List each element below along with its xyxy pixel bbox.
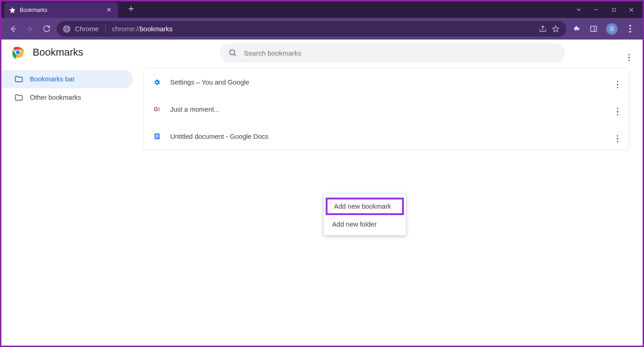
back-button[interactable] <box>7 23 20 35</box>
row-menu-icon[interactable] <box>615 128 621 144</box>
site-favicon: Gt <box>153 105 161 114</box>
window-controls <box>575 6 643 13</box>
bookmark-star-icon[interactable] <box>552 25 560 33</box>
share-icon[interactable] <box>539 25 547 33</box>
svg-point-7 <box>230 50 235 55</box>
svg-rect-10 <box>155 136 158 136</box>
context-menu-add-bookmark[interactable]: Add new bookmark <box>326 198 404 215</box>
sidebar-item-other-bookmarks[interactable]: Other bookmarks <box>1 88 133 107</box>
sidepanel-icon[interactable] <box>589 25 598 33</box>
star-icon <box>9 6 16 14</box>
profile-avatar[interactable]: S <box>606 23 618 35</box>
bookmark-list: Settings – You and Google Gt Just a mome… <box>139 68 643 150</box>
reload-button[interactable] <box>40 23 53 35</box>
forward-button[interactable] <box>23 23 36 35</box>
sidebar-item-bookmarks-bar[interactable]: Bookmarks bar <box>1 70 133 88</box>
url-display: chrome://bookmarks <box>112 25 172 33</box>
close-tab-icon[interactable] <box>104 7 114 14</box>
url-scheme: chrome:// <box>112 25 140 33</box>
svg-rect-11 <box>155 137 158 137</box>
chrome-menu-icon[interactable] <box>626 25 634 33</box>
bookmark-title: Just a moment... <box>170 106 606 113</box>
context-menu-add-folder[interactable]: Add new folder <box>324 216 406 233</box>
row-menu-icon[interactable] <box>615 74 621 90</box>
browser-tab[interactable]: Bookmarks <box>4 2 118 18</box>
url-scheme-label: Chrome <box>75 25 99 33</box>
address-bar: Chrome chrome://bookmarks S <box>1 18 643 40</box>
tab-title: Bookmarks <box>20 7 104 13</box>
svg-rect-9 <box>155 135 158 135</box>
svg-rect-12 <box>155 137 157 138</box>
page-menu-icon[interactable] <box>628 49 630 61</box>
context-menu: Add new bookmark Add new folder <box>324 194 406 235</box>
row-menu-icon[interactable] <box>615 101 621 117</box>
bookmark-title: Settings – You and Google <box>170 79 606 86</box>
bookmark-row[interactable]: Gt Just a moment... <box>144 96 629 123</box>
url-path: bookmarks <box>140 25 172 33</box>
minimize-button[interactable] <box>593 6 599 13</box>
page-title: Bookmarks <box>33 46 83 58</box>
close-window-button[interactable] <box>628 6 634 13</box>
chrome-logo-icon <box>11 45 25 60</box>
maximize-button[interactable] <box>610 6 617 13</box>
bookmarks-page: Bookmarks Bookmarks bar Other bookmarks <box>1 40 643 346</box>
url-divider <box>105 25 106 33</box>
sidebar-item-label: Bookmarks bar <box>30 75 75 83</box>
window-titlebar: Bookmarks <box>1 1 643 18</box>
chevron-down-icon[interactable] <box>575 6 582 13</box>
sidebar-item-label: Other bookmarks <box>30 94 81 101</box>
svg-rect-2 <box>591 26 597 31</box>
svg-rect-0 <box>612 8 615 11</box>
new-tab-button[interactable] <box>124 3 138 17</box>
url-box[interactable]: Chrome chrome://bookmarks <box>57 21 566 37</box>
bookmark-row[interactable]: Untitled document - Google Docs <box>144 123 629 150</box>
gear-icon <box>153 78 161 86</box>
bookmark-title: Untitled document - Google Docs <box>170 133 606 140</box>
site-info-icon[interactable] <box>63 25 70 33</box>
svg-rect-8 <box>154 133 159 139</box>
sidebar: Bookmarks bar Other bookmarks <box>1 68 139 150</box>
search-box[interactable] <box>220 43 565 63</box>
bookmark-row[interactable]: Settings – You and Google <box>144 68 629 96</box>
extensions-icon[interactable] <box>573 25 581 33</box>
docs-icon <box>153 132 161 141</box>
search-input[interactable] <box>244 49 557 57</box>
